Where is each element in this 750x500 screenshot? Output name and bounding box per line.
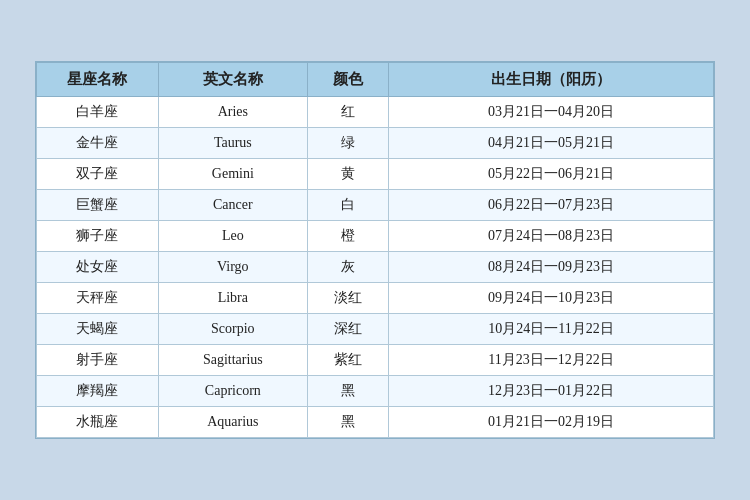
cell-color: 淡红: [307, 283, 388, 314]
cell-date: 03月21日一04月20日: [389, 97, 714, 128]
zodiac-table-container: 星座名称 英文名称 颜色 出生日期（阳历） 白羊座Aries红03月21日一04…: [35, 61, 715, 439]
cell-date: 08月24日一09月23日: [389, 252, 714, 283]
cell-color: 黑: [307, 376, 388, 407]
cell-english: Cancer: [158, 190, 307, 221]
cell-color: 深红: [307, 314, 388, 345]
cell-english: Gemini: [158, 159, 307, 190]
cell-date: 06月22日一07月23日: [389, 190, 714, 221]
table-row: 摩羯座Capricorn黑12月23日一01月22日: [37, 376, 714, 407]
cell-color: 黑: [307, 407, 388, 438]
table-row: 白羊座Aries红03月21日一04月20日: [37, 97, 714, 128]
cell-english: Scorpio: [158, 314, 307, 345]
cell-date: 04月21日一05月21日: [389, 128, 714, 159]
cell-date: 11月23日一12月22日: [389, 345, 714, 376]
table-row: 处女座Virgo灰08月24日一09月23日: [37, 252, 714, 283]
cell-chinese: 天秤座: [37, 283, 159, 314]
cell-date: 01月21日一02月19日: [389, 407, 714, 438]
cell-english: Leo: [158, 221, 307, 252]
header-date: 出生日期（阳历）: [389, 63, 714, 97]
table-row: 双子座Gemini黄05月22日一06月21日: [37, 159, 714, 190]
table-row: 狮子座Leo橙07月24日一08月23日: [37, 221, 714, 252]
cell-english: Sagittarius: [158, 345, 307, 376]
cell-color: 白: [307, 190, 388, 221]
table-row: 天秤座Libra淡红09月24日一10月23日: [37, 283, 714, 314]
cell-date: 12月23日一01月22日: [389, 376, 714, 407]
cell-english: Aquarius: [158, 407, 307, 438]
cell-color: 紫红: [307, 345, 388, 376]
table-row: 水瓶座Aquarius黑01月21日一02月19日: [37, 407, 714, 438]
cell-color: 红: [307, 97, 388, 128]
cell-date: 07月24日一08月23日: [389, 221, 714, 252]
cell-chinese: 双子座: [37, 159, 159, 190]
cell-english: Libra: [158, 283, 307, 314]
header-english: 英文名称: [158, 63, 307, 97]
header-color: 颜色: [307, 63, 388, 97]
cell-chinese: 狮子座: [37, 221, 159, 252]
table-header-row: 星座名称 英文名称 颜色 出生日期（阳历）: [37, 63, 714, 97]
zodiac-table: 星座名称 英文名称 颜色 出生日期（阳历） 白羊座Aries红03月21日一04…: [36, 62, 714, 438]
cell-color: 灰: [307, 252, 388, 283]
cell-color: 黄: [307, 159, 388, 190]
cell-chinese: 处女座: [37, 252, 159, 283]
table-row: 射手座Sagittarius紫红11月23日一12月22日: [37, 345, 714, 376]
cell-english: Virgo: [158, 252, 307, 283]
table-row: 天蝎座Scorpio深红10月24日一11月22日: [37, 314, 714, 345]
cell-english: Capricorn: [158, 376, 307, 407]
cell-chinese: 巨蟹座: [37, 190, 159, 221]
table-row: 金牛座Taurus绿04月21日一05月21日: [37, 128, 714, 159]
cell-chinese: 白羊座: [37, 97, 159, 128]
cell-date: 10月24日一11月22日: [389, 314, 714, 345]
table-row: 巨蟹座Cancer白06月22日一07月23日: [37, 190, 714, 221]
cell-chinese: 摩羯座: [37, 376, 159, 407]
cell-chinese: 射手座: [37, 345, 159, 376]
cell-chinese: 水瓶座: [37, 407, 159, 438]
cell-english: Aries: [158, 97, 307, 128]
cell-date: 05月22日一06月21日: [389, 159, 714, 190]
cell-chinese: 天蝎座: [37, 314, 159, 345]
header-chinese: 星座名称: [37, 63, 159, 97]
cell-color: 橙: [307, 221, 388, 252]
cell-english: Taurus: [158, 128, 307, 159]
cell-chinese: 金牛座: [37, 128, 159, 159]
cell-color: 绿: [307, 128, 388, 159]
table-body: 白羊座Aries红03月21日一04月20日金牛座Taurus绿04月21日一0…: [37, 97, 714, 438]
cell-date: 09月24日一10月23日: [389, 283, 714, 314]
